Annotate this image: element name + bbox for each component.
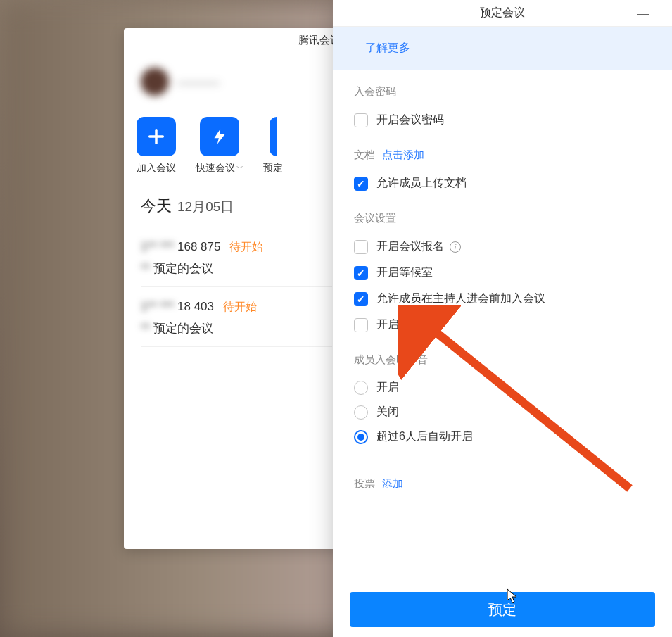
document-title-text: 文档 xyxy=(354,149,375,160)
mute-on-row[interactable]: 开启 xyxy=(354,375,651,400)
mute-off-label: 关闭 xyxy=(376,405,399,420)
meeting-item[interactable]: 1** *** 168 875 待开始 ** 预定的会议 xyxy=(141,227,332,287)
document-add-link[interactable]: 点击添加 xyxy=(382,149,424,160)
bolt-icon[interactable] xyxy=(200,117,239,156)
join-label: 加入会议 xyxy=(137,162,176,175)
meeting-owner-blur: ** xyxy=(141,322,150,336)
calendar-icon[interactable] xyxy=(270,117,277,156)
minimize-icon[interactable]: — xyxy=(637,7,649,20)
meeting-id-partial: 18 403 xyxy=(177,300,214,313)
document-section-title: 文档 点击添加 xyxy=(354,149,651,162)
dialog-title: 预定会议 xyxy=(480,6,525,20)
mute-auto-row[interactable]: 超过6人后自动开启 xyxy=(354,424,651,449)
main-window: 腾讯会议 ———— 加入会议 快速会议 ﹀ 预定 今天 12 xyxy=(124,28,349,549)
dialog-titlebar: 预定会议 — xyxy=(333,0,672,27)
allow-before-host-row[interactable]: 允许成员在主持人进会前加入会议 xyxy=(354,286,651,312)
allow-upload-label: 允许成员上传文档 xyxy=(376,176,467,191)
meeting-id-row: 1** *** 168 875 待开始 xyxy=(141,240,332,255)
vote-add-link[interactable]: 添加 xyxy=(382,477,403,489)
status-badge: 待开始 xyxy=(223,301,257,313)
info-icon[interactable]: i xyxy=(450,241,461,253)
meeting-title: 预定的会议 xyxy=(153,322,213,335)
mute-off-radio[interactable] xyxy=(354,405,368,420)
mute-on-radio[interactable] xyxy=(354,381,368,395)
meeting-id-row: 1** *** 18 403 待开始 xyxy=(141,300,332,315)
submit-label: 预定 xyxy=(488,602,516,617)
dialog-footer: 预定 xyxy=(333,582,672,637)
dialog-body: 了解更多 入会密码 开启会议密码 文档 点击添加 允许成员上传文档 会议设置 开… xyxy=(333,27,672,582)
join-meeting[interactable]: 加入会议 xyxy=(137,117,176,175)
schedule-submit-button[interactable]: 预定 xyxy=(350,592,655,627)
vote-section-title: 投票 添加 xyxy=(354,477,651,491)
allow-before-host-checkbox[interactable] xyxy=(354,292,368,306)
quick-text: 快速会议 xyxy=(196,162,235,175)
today-label: 今天 xyxy=(141,196,172,217)
mute-section-title: 成员入会时静音 xyxy=(354,353,651,367)
meeting-title-row: ** 预定的会议 xyxy=(141,320,332,336)
meeting-item[interactable]: 1** *** 18 403 待开始 ** 预定的会议 xyxy=(141,287,332,347)
action-row: 加入会议 快速会议 ﹀ 预定 xyxy=(124,103,349,183)
meeting-title-row: ** 预定的会议 xyxy=(141,260,332,277)
settings-section-title: 会议设置 xyxy=(354,212,651,225)
chevron-down-icon[interactable]: ﹀ xyxy=(236,163,243,173)
enable-watermark-checkbox[interactable] xyxy=(354,318,368,332)
enable-watermark-row[interactable]: 开启会议水印 xyxy=(354,312,651,338)
enable-waiting-row[interactable]: 开启等候室 xyxy=(354,260,651,286)
enable-watermark-label: 开启会议水印 xyxy=(376,317,444,332)
schedule-meeting[interactable]: 预定 xyxy=(263,117,283,175)
meeting-id-blur: 1** *** xyxy=(141,300,174,314)
schedule-label: 预定 xyxy=(263,162,283,175)
schedule-dialog: 预定会议 — 了解更多 入会密码 开启会议密码 文档 点击添加 允许成员上传文档… xyxy=(333,0,672,637)
mute-auto-label: 超过6人后自动开启 xyxy=(376,429,473,444)
meeting-id-partial: 168 875 xyxy=(177,240,220,253)
today-section: 今天 12月05日 1** *** 168 875 待开始 ** 预定的会议 1… xyxy=(124,183,349,347)
today-title: 今天 12月05日 xyxy=(141,196,332,227)
enable-password-label: 开启会议密码 xyxy=(376,113,444,127)
enable-password-row[interactable]: 开启会议密码 xyxy=(354,107,651,133)
main-window-title: 腾讯会议 xyxy=(124,28,349,53)
vote-title-text: 投票 xyxy=(354,477,375,489)
allow-before-host-label: 允许成员在主持人进会前加入会议 xyxy=(376,291,545,306)
quick-meeting[interactable]: 快速会议 ﹀ xyxy=(196,117,243,175)
enable-waiting-label: 开启等候室 xyxy=(376,265,433,280)
user-name: ———— xyxy=(177,76,220,88)
avatar xyxy=(141,68,169,96)
enable-enroll-label: 开启会议报名 xyxy=(376,239,444,254)
meeting-title: 预定的会议 xyxy=(153,262,213,275)
enable-enroll-checkbox[interactable] xyxy=(354,240,368,254)
enable-waiting-checkbox[interactable] xyxy=(354,266,368,280)
status-badge: 待开始 xyxy=(229,241,263,253)
allow-upload-checkbox[interactable] xyxy=(354,177,368,191)
mute-on-label: 开启 xyxy=(376,380,399,395)
password-section-title: 入会密码 xyxy=(354,85,651,99)
learn-more-banner[interactable]: 了解更多 xyxy=(333,27,672,70)
mute-auto-radio[interactable] xyxy=(354,430,368,444)
plus-icon[interactable] xyxy=(137,117,176,156)
meeting-owner-blur: ** xyxy=(141,262,150,276)
enable-enroll-row[interactable]: 开启会议报名 i xyxy=(354,234,651,260)
quick-label: 快速会议 ﹀ xyxy=(196,162,243,175)
user-row: ———— xyxy=(124,53,349,103)
learn-more-text: 了解更多 xyxy=(365,42,410,53)
meeting-id-blur: 1** *** xyxy=(141,240,174,254)
mute-off-row[interactable]: 关闭 xyxy=(354,400,651,424)
today-date: 12月05日 xyxy=(177,198,234,216)
enable-password-checkbox[interactable] xyxy=(354,113,368,127)
allow-upload-row[interactable]: 允许成员上传文档 xyxy=(354,170,651,196)
